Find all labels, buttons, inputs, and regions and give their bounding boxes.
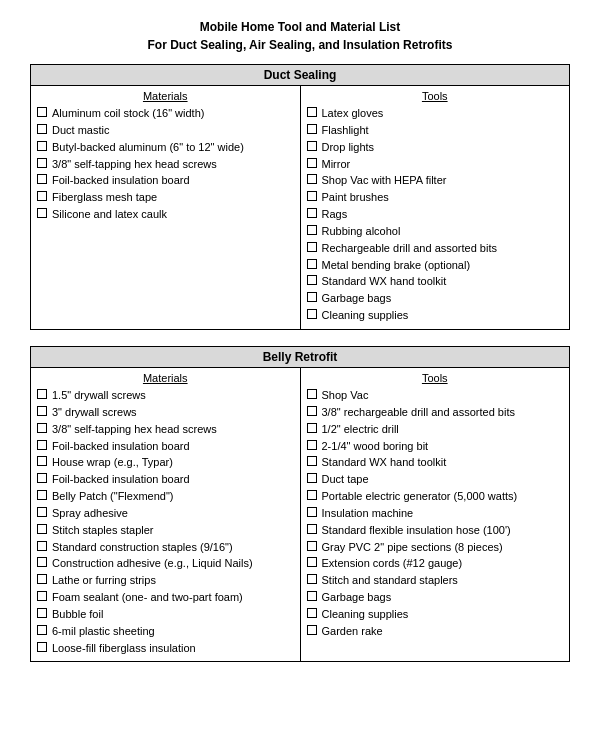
item-text: Portable electric generator (5,000 watts… bbox=[322, 489, 564, 504]
item-text: Mirror bbox=[322, 157, 564, 172]
item-text: 3/8" rechargeable drill and assorted bit… bbox=[322, 405, 564, 420]
list-item: Lathe or furring strips bbox=[37, 573, 294, 588]
checkbox-icon[interactable] bbox=[307, 208, 317, 218]
checkbox-icon[interactable] bbox=[307, 174, 317, 184]
checkbox-icon[interactable] bbox=[307, 309, 317, 319]
checkbox-icon[interactable] bbox=[307, 440, 317, 450]
list-item: Cleaning supplies bbox=[307, 607, 564, 622]
checkbox-icon[interactable] bbox=[307, 574, 317, 584]
checkbox-icon[interactable] bbox=[37, 591, 47, 601]
checkbox-icon[interactable] bbox=[307, 490, 317, 500]
list-item: Fiberglass mesh tape bbox=[37, 190, 294, 205]
checkbox-icon[interactable] bbox=[307, 608, 317, 618]
list-item: Cleaning supplies bbox=[307, 308, 564, 323]
item-text: Butyl-backed aluminum (6" to 12" wide) bbox=[52, 140, 294, 155]
list-item: Duct tape bbox=[307, 472, 564, 487]
item-text: Flashlight bbox=[322, 123, 564, 138]
checkbox-icon[interactable] bbox=[37, 208, 47, 218]
checkbox-icon[interactable] bbox=[307, 292, 317, 302]
checkbox-icon[interactable] bbox=[37, 541, 47, 551]
checkbox-icon[interactable] bbox=[37, 107, 47, 117]
checkbox-icon[interactable] bbox=[307, 107, 317, 117]
item-text: Foil-backed insulation board bbox=[52, 173, 294, 188]
checkbox-icon[interactable] bbox=[307, 242, 317, 252]
tools-header-belly-retrofit: Tools bbox=[307, 372, 564, 384]
item-text: Standard WX hand toolkit bbox=[322, 274, 564, 289]
checkbox-icon[interactable] bbox=[307, 456, 317, 466]
checkbox-icon[interactable] bbox=[307, 541, 317, 551]
item-text: Foil-backed insulation board bbox=[52, 439, 294, 454]
checkbox-icon[interactable] bbox=[37, 490, 47, 500]
checkbox-icon[interactable] bbox=[37, 625, 47, 635]
checkbox-icon[interactable] bbox=[307, 124, 317, 134]
list-item: Standard flexible insulation hose (100') bbox=[307, 523, 564, 538]
materials-col-duct-sealing: MaterialsAluminum coil stock (16" width)… bbox=[31, 86, 301, 329]
item-text: Insulation machine bbox=[322, 506, 564, 521]
checkbox-icon[interactable] bbox=[307, 507, 317, 517]
materials-header-belly-retrofit: Materials bbox=[37, 372, 294, 384]
checkbox-icon[interactable] bbox=[307, 191, 317, 201]
list-item: 3/8" self-tapping hex head screws bbox=[37, 157, 294, 172]
list-item: Flashlight bbox=[307, 123, 564, 138]
checkbox-icon[interactable] bbox=[307, 225, 317, 235]
item-text: 6-mil plastic sheeting bbox=[52, 624, 294, 639]
checkbox-icon[interactable] bbox=[307, 524, 317, 534]
item-text: Garbage bags bbox=[322, 291, 564, 306]
item-text: 2-1/4" wood boring bit bbox=[322, 439, 564, 454]
checkbox-icon[interactable] bbox=[37, 456, 47, 466]
checkbox-icon[interactable] bbox=[37, 440, 47, 450]
checkbox-icon[interactable] bbox=[307, 473, 317, 483]
checkbox-icon[interactable] bbox=[307, 259, 317, 269]
checkbox-icon[interactable] bbox=[307, 389, 317, 399]
checkbox-icon[interactable] bbox=[37, 574, 47, 584]
tools-col-belly-retrofit: ToolsShop Vac3/8" rechargeable drill and… bbox=[301, 368, 570, 662]
list-item: 3/8" self-tapping hex head screws bbox=[37, 422, 294, 437]
checkbox-icon[interactable] bbox=[307, 591, 317, 601]
list-item: Portable electric generator (5,000 watts… bbox=[307, 489, 564, 504]
item-text: Bubble foil bbox=[52, 607, 294, 622]
checkbox-icon[interactable] bbox=[37, 642, 47, 652]
item-text: Loose-fill fiberglass insulation bbox=[52, 641, 294, 656]
list-item: 2-1/4" wood boring bit bbox=[307, 439, 564, 454]
item-text: Standard WX hand toolkit bbox=[322, 455, 564, 470]
checkbox-icon[interactable] bbox=[37, 557, 47, 567]
item-text: Aluminum coil stock (16" width) bbox=[52, 106, 294, 121]
item-text: Metal bending brake (optional) bbox=[322, 258, 564, 273]
list-item: House wrap (e.g., Typar) bbox=[37, 455, 294, 470]
checkbox-icon[interactable] bbox=[307, 141, 317, 151]
checkbox-icon[interactable] bbox=[37, 507, 47, 517]
list-item: Foil-backed insulation board bbox=[37, 472, 294, 487]
checkbox-icon[interactable] bbox=[37, 524, 47, 534]
list-item: Foam sealant (one- and two-part foam) bbox=[37, 590, 294, 605]
checkbox-icon[interactable] bbox=[37, 406, 47, 416]
checkbox-icon[interactable] bbox=[37, 158, 47, 168]
list-item: Silicone and latex caulk bbox=[37, 207, 294, 222]
checkbox-icon[interactable] bbox=[37, 389, 47, 399]
item-text: 3/8" self-tapping hex head screws bbox=[52, 422, 294, 437]
checkbox-icon[interactable] bbox=[37, 141, 47, 151]
checkbox-icon[interactable] bbox=[307, 275, 317, 285]
item-text: Silicone and latex caulk bbox=[52, 207, 294, 222]
checkbox-icon[interactable] bbox=[37, 174, 47, 184]
list-item: Garbage bags bbox=[307, 291, 564, 306]
item-text: Rubbing alcohol bbox=[322, 224, 564, 239]
item-text: Stitch and standard staplers bbox=[322, 573, 564, 588]
item-text: Cleaning supplies bbox=[322, 308, 564, 323]
list-item: Loose-fill fiberglass insulation bbox=[37, 641, 294, 656]
list-item: Gray PVC 2" pipe sections (8 pieces) bbox=[307, 540, 564, 555]
list-item: Paint brushes bbox=[307, 190, 564, 205]
item-text: Drop lights bbox=[322, 140, 564, 155]
checkbox-icon[interactable] bbox=[37, 191, 47, 201]
list-item: 1.5" drywall screws bbox=[37, 388, 294, 403]
checkbox-icon[interactable] bbox=[37, 608, 47, 618]
checkbox-icon[interactable] bbox=[307, 423, 317, 433]
checkbox-icon[interactable] bbox=[37, 423, 47, 433]
checkbox-icon[interactable] bbox=[307, 625, 317, 635]
checkbox-icon[interactable] bbox=[37, 124, 47, 134]
checkbox-icon[interactable] bbox=[37, 473, 47, 483]
checkbox-icon[interactable] bbox=[307, 557, 317, 567]
item-text: Belly Patch ("Flexmend") bbox=[52, 489, 294, 504]
checkbox-icon[interactable] bbox=[307, 406, 317, 416]
item-text: House wrap (e.g., Typar) bbox=[52, 455, 294, 470]
checkbox-icon[interactable] bbox=[307, 158, 317, 168]
